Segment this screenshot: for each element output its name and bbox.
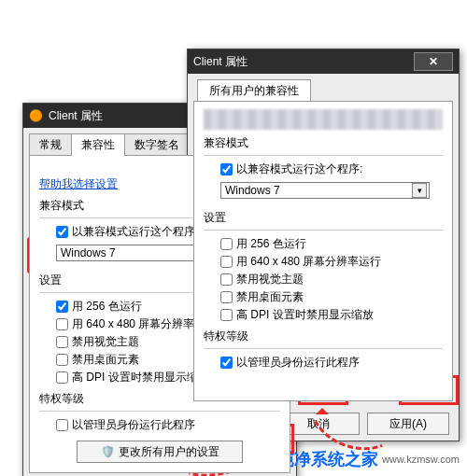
lbl-desktop-front: 禁用桌面元素 <box>236 289 304 305</box>
group-settings-front: 设置 <box>204 210 443 226</box>
chk-admin-front[interactable] <box>220 357 233 369</box>
dd-os-front[interactable]: Windows 7 ▾ <box>220 182 430 199</box>
chk-desktop-back[interactable] <box>56 354 68 366</box>
shield-icon: 🛡️ <box>101 445 115 458</box>
tab-general[interactable]: 常规 <box>29 133 72 156</box>
chk-admin-back[interactable] <box>56 419 68 431</box>
brand-name: 纯净系统之家 <box>277 448 378 470</box>
btn-apply-front[interactable]: 应用(A) <box>367 413 449 435</box>
lbl-dpi-back: 高 DPI 设置时禁用显示缩放 <box>72 370 209 385</box>
annot-arrowhead-2 <box>316 401 329 414</box>
chk-dpi-back[interactable] <box>56 371 68 384</box>
lbl-theme-back: 禁用视觉主题 <box>72 334 139 350</box>
group-priv-front: 特权等级 <box>204 329 443 344</box>
chk-640-front[interactable] <box>220 256 233 268</box>
chk-640-back[interactable] <box>56 318 68 330</box>
group-compat-front: 兼容模式 <box>204 135 443 151</box>
tab-digsig[interactable]: 数字签名 <box>124 133 190 156</box>
lbl-admin-front: 以管理员身份运行此程序 <box>236 355 360 371</box>
tab-compat[interactable]: 兼容性 <box>71 133 125 156</box>
dd-os-back-value: Windows 7 <box>61 246 116 259</box>
titlebar-front-title: Client 属性 <box>193 54 414 70</box>
lbl-admin-back: 以管理员身份运行此程序 <box>72 417 195 433</box>
chk-theme-back[interactable] <box>56 336 68 348</box>
blurred-path <box>204 109 443 130</box>
window-front: Client 属性 ✕ 所有用户的兼容性 兼容模式 以兼容模式运行这个程序: W… <box>187 49 460 441</box>
titlebar-front[interactable]: Client 属性 ✕ <box>188 49 459 74</box>
lbl-runcompat-back: 以兼容模式运行这个程序: <box>72 224 198 240</box>
close-icon[interactable]: ✕ <box>414 52 453 71</box>
chk-runcompat-back[interactable] <box>56 226 68 238</box>
chk-256-front[interactable] <box>220 238 233 250</box>
lbl-runcompat-front: 以兼容模式运行这个程序: <box>236 161 362 177</box>
tab-allusers-compat[interactable]: 所有用户的兼容性 <box>197 79 311 102</box>
help-link[interactable]: 帮助我选择设置 <box>39 177 118 190</box>
chk-theme-front[interactable] <box>220 273 233 286</box>
lbl-256-front: 用 256 色运行 <box>236 236 306 252</box>
lbl-dpi-front: 高 DPI 设置时禁用显示缩放 <box>236 307 374 323</box>
titlebar-back-icon: 🟠 <box>29 109 43 122</box>
lbl-desktop-back: 禁用桌面元素 <box>72 352 139 368</box>
chk-runcompat-front[interactable] <box>220 163 233 175</box>
dd-os-front-value: Windows 7 <box>225 184 280 197</box>
chk-desktop-front[interactable] <box>220 291 233 303</box>
chk-256color-back[interactable] <box>56 301 68 313</box>
brand-url: www.kzmsw.com <box>382 454 460 465</box>
chk-dpi-front[interactable] <box>220 309 233 321</box>
tab-page-front: 兼容模式 以兼容模式运行这个程序: Windows 7 ▾ 设置 用 256 色… <box>193 101 453 401</box>
chevron-down-icon: ▾ <box>412 183 427 198</box>
lbl-256-back: 用 256 色运行 <box>72 299 142 315</box>
lbl-640-front: 用 640 x 480 屏幕分辨率运行 <box>236 254 381 270</box>
btn-allusers-back[interactable]: 🛡️ 更改所有用户的设置 <box>77 441 243 463</box>
lbl-theme-front: 禁用视觉主题 <box>236 272 304 287</box>
